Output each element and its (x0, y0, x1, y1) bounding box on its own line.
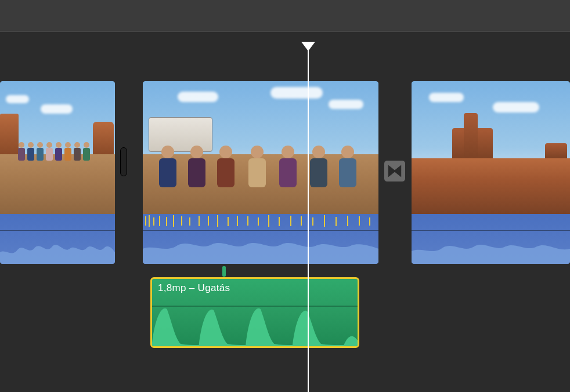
clip-audio-waveform[interactable] (412, 214, 570, 264)
transition-crossfade-icon[interactable] (384, 160, 406, 182)
svg-rect-3 (159, 216, 160, 226)
svg-rect-8 (199, 216, 200, 226)
video-clip-2[interactable] (143, 81, 378, 264)
video-clip-1[interactable] (0, 81, 115, 264)
clip-thumbnail (0, 81, 115, 214)
svg-rect-6 (181, 216, 182, 226)
svg-rect-7 (189, 217, 190, 226)
svg-rect-12 (237, 216, 238, 226)
svg-rect-11 (228, 217, 229, 226)
svg-rect-21 (335, 217, 337, 226)
sfx-waveform (152, 303, 358, 346)
svg-rect-17 (290, 216, 291, 226)
svg-rect-13 (247, 216, 248, 226)
svg-rect-16 (279, 217, 280, 226)
svg-rect-15 (268, 215, 269, 227)
clip-trim-handle[interactable] (120, 147, 127, 176)
svg-rect-4 (166, 217, 167, 226)
svg-rect-18 (301, 216, 302, 226)
svg-rect-1 (149, 215, 150, 227)
svg-rect-9 (208, 216, 209, 226)
svg-rect-19 (312, 217, 313, 226)
sfx-clip-label: 1,8mp – Ugatás (152, 279, 358, 295)
svg-rect-22 (347, 216, 348, 226)
playhead-indicator-icon[interactable] (301, 42, 315, 51)
sound-effect-clip[interactable]: 1,8mp – Ugatás (150, 277, 359, 348)
svg-rect-24 (369, 217, 370, 226)
playhead-line[interactable] (308, 49, 309, 392)
svg-rect-10 (217, 215, 218, 227)
svg-rect-2 (153, 217, 154, 226)
svg-rect-23 (359, 216, 360, 226)
video-clip-3[interactable] (412, 81, 570, 264)
toolbar-spacer (0, 0, 570, 31)
clip-thumbnail (143, 81, 378, 214)
clip-thumbnail (412, 81, 570, 214)
ruler-line (0, 31, 570, 32)
sfx-attach-connector (222, 266, 226, 277)
svg-rect-20 (324, 215, 325, 227)
clip-audio-waveform[interactable] (0, 214, 115, 264)
clip-audio-waveform[interactable] (143, 214, 378, 264)
svg-rect-14 (258, 217, 259, 226)
timeline[interactable]: 1,8mp – Ugatás (0, 31, 570, 392)
svg-rect-5 (173, 215, 174, 227)
svg-rect-0 (145, 216, 146, 226)
